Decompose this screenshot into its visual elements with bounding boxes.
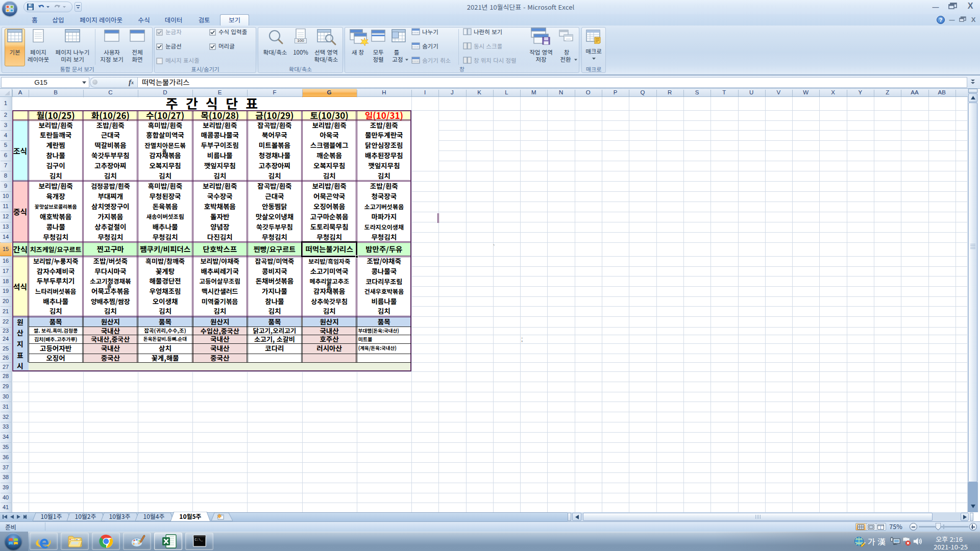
svg-text:C:\_: C:\_ bbox=[195, 538, 203, 542]
